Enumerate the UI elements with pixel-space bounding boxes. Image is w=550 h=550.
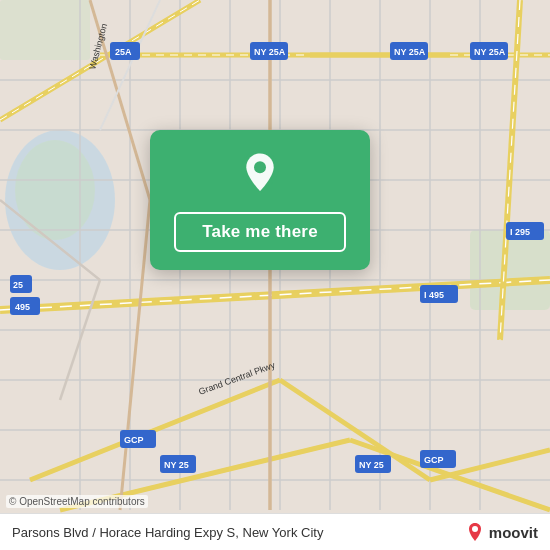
svg-text:I 495: I 495 bbox=[424, 290, 444, 300]
map-container: 25A NY 25A NY 25A NY 25A 495 I 495 I 295… bbox=[0, 0, 550, 550]
svg-text:GCP: GCP bbox=[124, 435, 144, 445]
svg-text:NY 25: NY 25 bbox=[164, 460, 189, 470]
take-me-there-button[interactable]: Take me there bbox=[174, 212, 346, 252]
location-card: Take me there bbox=[150, 130, 370, 270]
svg-text:25: 25 bbox=[13, 280, 23, 290]
svg-rect-3 bbox=[0, 0, 90, 60]
moovit-logo: moovit bbox=[465, 521, 538, 543]
svg-text:NY 25A: NY 25A bbox=[474, 47, 506, 57]
svg-text:NY 25: NY 25 bbox=[359, 460, 384, 470]
moovit-brand: moovit bbox=[489, 524, 538, 541]
svg-rect-2 bbox=[470, 230, 550, 310]
svg-point-1 bbox=[15, 140, 95, 240]
address-label: Parsons Blvd / Horace Harding Expy S, Ne… bbox=[12, 525, 323, 540]
svg-text:GCP: GCP bbox=[424, 455, 444, 465]
svg-point-70 bbox=[472, 526, 478, 532]
map-attribution: © OpenStreetMap contributors bbox=[6, 495, 148, 508]
svg-text:Washington: Washington bbox=[87, 22, 109, 70]
svg-text:Grand Central Pkwy: Grand Central Pkwy bbox=[197, 360, 277, 397]
svg-text:NY 25A: NY 25A bbox=[394, 47, 426, 57]
moovit-pin-icon bbox=[465, 521, 485, 543]
svg-point-69 bbox=[254, 161, 266, 173]
map-roads: 25A NY 25A NY 25A NY 25A 495 I 495 I 295… bbox=[0, 0, 550, 550]
bottom-bar: Parsons Blvd / Horace Harding Expy S, Ne… bbox=[0, 513, 550, 550]
location-pin-icon bbox=[236, 150, 284, 198]
svg-text:NY 25A: NY 25A bbox=[254, 47, 286, 57]
svg-line-37 bbox=[120, 200, 150, 510]
svg-text:I 295: I 295 bbox=[510, 227, 530, 237]
svg-text:25A: 25A bbox=[115, 47, 132, 57]
svg-text:495: 495 bbox=[15, 302, 30, 312]
